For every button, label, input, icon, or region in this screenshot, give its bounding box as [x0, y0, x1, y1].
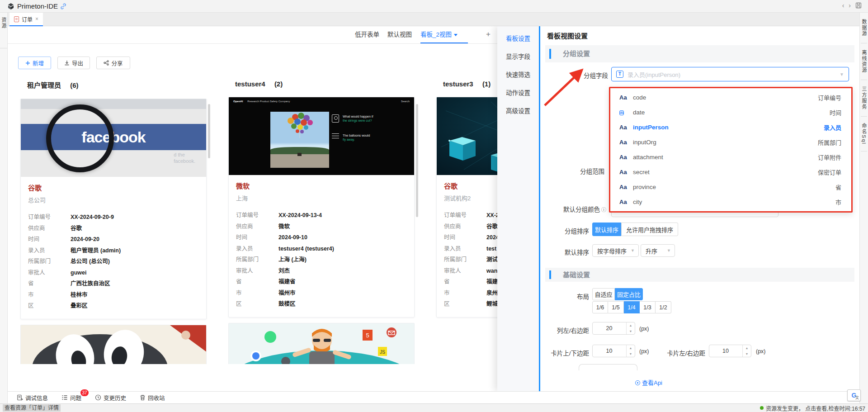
dropdown-item-inputorg[interactable]: Aa inputOrg 所属部门 [610, 135, 851, 150]
layout-fixed-ratio-button[interactable]: 固定占比 [615, 288, 643, 300]
field-label: 录入员 [236, 243, 278, 255]
ratio-1-2-button[interactable]: 1/2 [656, 301, 671, 313]
column-scrollbar[interactable] [416, 104, 418, 217]
field-value: test [486, 243, 496, 255]
view-tab-lowcode-form[interactable]: 低开表单 [355, 26, 379, 43]
recycle-bin-label: 回收站 [148, 393, 165, 402]
save-icon[interactable] [855, 2, 862, 9]
add-button[interactable]: 新增 [18, 57, 51, 69]
stepper-icons[interactable]: ▲▼ [742, 345, 751, 357]
annotation-arrow [540, 65, 590, 110]
settings-nav-quick-filter[interactable]: 快速筛选 [497, 66, 539, 84]
divider [861, 116, 867, 117]
text-field-icon: Aa [619, 184, 630, 190]
field-value: 泉州 [486, 288, 498, 299]
status-right[interactable]: 资源发生变更， 点击查看,检查时间:16:57 [760, 404, 865, 412]
group-field-select[interactable]: T 录入员(inputPerson) ▼ [611, 67, 849, 81]
card-image-dev-cartoon[interactable]: 5 JS [228, 323, 415, 365]
add-view-button[interactable]: + [486, 26, 491, 43]
field-value: XX-2024-09-13-4 [278, 210, 322, 221]
column-title: testuser4 [235, 80, 265, 88]
view-api-link[interactable]: 查看Api [613, 378, 685, 387]
svg-text:5: 5 [366, 332, 369, 339]
dropdown-item-city[interactable]: Aa city 市 [610, 194, 851, 209]
nav-forward-icon[interactable]: › [849, 2, 851, 9]
column-margin-input[interactable]: 20 ▲▼ [592, 322, 635, 335]
rail-item-datasource[interactable]: 数据源 [860, 19, 868, 37]
field-value: 鼓楼区 [278, 298, 296, 310]
settings-nav-actions[interactable]: 动作设置 [497, 84, 539, 102]
field-label: 供应商 [236, 221, 278, 232]
stepper-icons[interactable]: ▲▼ [626, 345, 635, 357]
debug-icon [17, 394, 23, 401]
text-field-icon: Aa [619, 94, 630, 101]
rail-item-resources[interactable]: 资源 [0, 17, 7, 29]
group-sort-default-button[interactable]: 默认排序 [592, 223, 621, 236]
card-vmargin-input[interactable]: 10 ▲▼ [592, 345, 635, 357]
dropdown-item-secret[interactable]: Aa secret 保密订单 [610, 165, 851, 180]
ratio-1-3-button[interactable]: 1/3 [640, 301, 656, 313]
export-button[interactable]: 导出 [57, 57, 90, 69]
card-image-openai: OpenAI Research Product Safety Company S… [229, 97, 414, 175]
dropdown-item-date[interactable]: 31 date 时间 [610, 105, 851, 120]
openai-brand-text: OpenAI [233, 100, 243, 103]
card-image-octocat[interactable] [20, 325, 207, 365]
sort-direction-select[interactable]: 升序▼ [641, 244, 675, 257]
stepper-icons[interactable]: ▲▼ [626, 322, 635, 334]
settings-nav-kanban[interactable]: 看板设置 [497, 30, 539, 48]
kanban-card[interactable]: OpenAI Research Product Safety Company S… [228, 97, 415, 317]
change-history-button[interactable]: 变更历史 [95, 393, 126, 402]
settings-nav: 看板设置 显示字段 快速筛选 动作设置 高级设置 [497, 26, 539, 391]
view-tab-kanban2-view[interactable]: 看板_2视图 [420, 26, 458, 43]
tab-order[interactable]: 订单 × [9, 13, 43, 26]
view-tab-default-view[interactable]: 默认视图 [387, 26, 412, 43]
debug-info-button[interactable]: 调试信息 [17, 393, 48, 402]
problems-button[interactable]: 问题 37 [61, 393, 81, 402]
section-accent-bar [549, 49, 551, 59]
default-sort-select[interactable]: 按字母排序▼ [592, 244, 639, 257]
status-left-text[interactable]: 查看资源「订单」详情 [3, 404, 61, 412]
settings-nav-advanced[interactable]: 高级设置 [497, 102, 539, 120]
field-row: 订单编号XX-2024-09-20-9 [28, 212, 199, 223]
close-icon[interactable]: × [35, 16, 38, 22]
column-scrollbar[interactable] [208, 104, 210, 158]
title-bar: Primeton-IDE ‹ › [0, 0, 868, 13]
kanban-card[interactable]: facebook d thefacebook. 谷歌 总公司 订单编号XX-20… [20, 99, 207, 319]
translate-button[interactable]: G 文 [847, 389, 861, 401]
list-lines-icon [332, 133, 339, 139]
dropdown-item-inputperson[interactable]: Aa inputPerson 录入员 [610, 120, 851, 135]
dropdown-item-label: 订单附件 [818, 153, 841, 161]
recycle-bin-button[interactable]: 回收站 [140, 393, 165, 402]
field-label: 订单编号 [28, 212, 71, 223]
rail-item-offline-resource[interactable]: 离线资源 [860, 50, 868, 73]
settings-nav-display-fields[interactable]: 显示字段 [497, 48, 539, 66]
change-history-label: 变更历史 [104, 393, 126, 402]
section-basic-settings: 基础设置 [545, 268, 854, 282]
dropdown-item-name: code [633, 94, 818, 101]
field-value: 测试 [486, 254, 498, 265]
dropdown-item-attachment[interactable]: Aa attachment 订单附件 [610, 150, 851, 165]
field-label: 时间 [236, 232, 278, 243]
ratio-1-6-button[interactable]: 1/6 [592, 301, 608, 313]
tab-order-label: 订单 [22, 15, 33, 23]
card-hmargin-label: 卡片左/右边距 [637, 348, 705, 357]
add-button-label: 新增 [33, 59, 44, 67]
field-label: 审批人 [28, 267, 71, 279]
ratio-1-5-button[interactable]: 1/5 [608, 301, 624, 313]
export-button-label: 导出 [72, 59, 83, 67]
nav-back-icon[interactable]: ‹ [842, 2, 844, 9]
dropdown-item-code[interactable]: Aa code 订单编号 [610, 90, 851, 105]
ratio-1-4-button[interactable]: 1/4 [624, 301, 640, 313]
card-hmargin-input[interactable]: 10 ▲▼ [709, 345, 751, 357]
share-button[interactable]: 分享 [96, 57, 130, 69]
rail-item-thirdparty-service[interactable]: 三方服务 [860, 86, 868, 110]
group-sort-drag-button[interactable]: 允许用户拖拽排序 [621, 223, 678, 236]
link-icon[interactable] [60, 3, 67, 10]
default-sort-value: 按字母排序 [597, 246, 627, 255]
layout-adaptive-button[interactable]: 自适应 [592, 288, 615, 300]
info-icon[interactable]: ⓘ [600, 207, 606, 213]
dropdown-item-province[interactable]: Aa province 省 [610, 180, 851, 194]
field-value: 桂林市 [71, 289, 88, 301]
rail-item-named-sql[interactable]: 命名Sql [860, 123, 868, 145]
default-group-color-text: 默认分组颜色 [563, 206, 600, 213]
